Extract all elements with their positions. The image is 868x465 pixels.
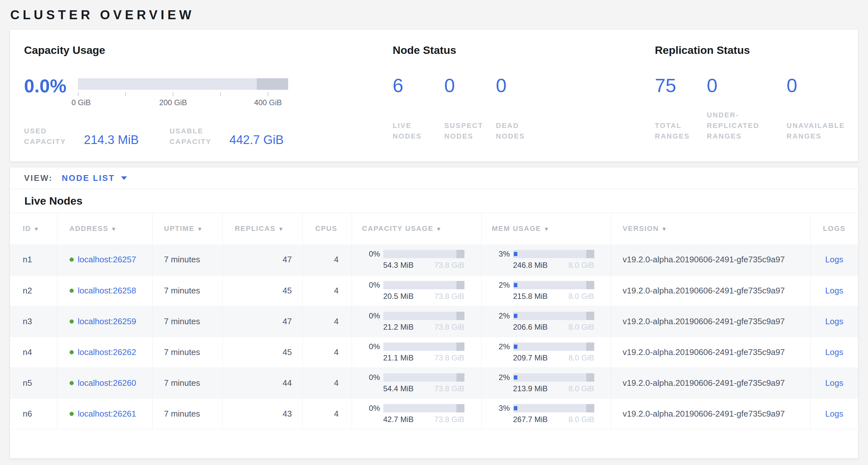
node-version: v19.2.0-alpha.20190606-2491-gfe735c9a97 — [611, 337, 810, 368]
logs-link[interactable]: Logs — [825, 286, 843, 295]
node-address-link[interactable]: localhost:26260 — [78, 378, 136, 388]
table-row: n3 localhost:26259 7 minutes 47 4 0% 21.… — [10, 306, 858, 337]
chevron-down-icon — [121, 176, 127, 180]
sort-desc-icon: ▼ — [661, 226, 668, 232]
node-cpus: 4 — [302, 398, 352, 429]
node-address-link[interactable]: localhost:26262 — [78, 347, 136, 357]
node-capacity-usage: 0% 54.3 MiB73.8 GiB — [352, 244, 482, 275]
under-replicated-ranges-value: 0 — [707, 76, 786, 95]
view-selector-dropdown[interactable]: NODE LIST — [62, 173, 127, 183]
node-mem-usage: 2% 209.7 MiB8.0 GiB — [482, 337, 611, 368]
node-id: n5 — [10, 368, 57, 398]
table-row: n2 localhost:26258 7 minutes 45 4 0% 20.… — [10, 275, 858, 306]
header-cpus[interactable]: CPUS — [302, 213, 352, 244]
node-replicas: 47 — [222, 306, 302, 337]
node-mem-usage: 2% 215.8 MiB8.0 GiB — [482, 275, 611, 306]
table-row: n4 localhost:26262 7 minutes 45 4 0% 21.… — [10, 337, 858, 368]
total-ranges-metric: 75 TOTAL RANGES — [655, 76, 707, 141]
header-mem-usage[interactable]: MEM USAGE▼ — [482, 213, 611, 244]
node-replicas: 43 — [222, 398, 302, 429]
suspect-nodes-value: 0 — [444, 76, 496, 95]
node-id: n1 — [10, 244, 57, 275]
node-cpus: 4 — [302, 275, 352, 306]
page-title: CLUSTER OVERVIEW — [10, 4, 858, 29]
node-replicas: 45 — [222, 337, 302, 368]
node-uptime: 7 minutes — [152, 306, 222, 337]
header-id[interactable]: ID▼ — [10, 213, 57, 244]
capacity-mini-bar — [383, 250, 464, 258]
header-capacity-usage[interactable]: CAPACITY USAGE▼ — [352, 213, 482, 244]
node-version: v19.2.0-alpha.20190606-2491-gfe735c9a97 — [611, 368, 810, 398]
cluster-summary-card: Capacity Usage 0.0% 0 GiB 200 GiB — [10, 29, 858, 162]
node-liveness-icon — [69, 412, 74, 416]
node-liveness-icon — [69, 258, 74, 262]
header-version[interactable]: VERSION▼ — [611, 213, 810, 244]
node-cpus: 4 — [302, 368, 352, 398]
mem-mini-bar — [513, 250, 594, 258]
capacity-legend: USED CAPACITY 214.3 MiB USABLE CAPACITY … — [24, 126, 393, 147]
node-address-link[interactable]: localhost:26259 — [78, 317, 136, 326]
node-capacity-usage: 0% 54.4 MiB73.8 GiB — [352, 368, 482, 398]
usable-capacity-label: USABLE CAPACITY — [169, 126, 212, 147]
table-row: n6 localhost:26261 7 minutes 43 4 0% 42.… — [10, 398, 858, 429]
view-label: VIEW: — [24, 173, 53, 183]
node-uptime: 7 minutes — [152, 398, 222, 429]
capacity-mini-bar — [383, 343, 464, 351]
mem-mini-bar — [513, 373, 594, 382]
node-mem-usage: 2% 206.6 MiB8.0 GiB — [482, 306, 611, 337]
node-liveness-icon — [69, 289, 74, 293]
capacity-bar-nonusable-segment — [257, 78, 288, 90]
total-ranges-value: 75 — [655, 76, 707, 95]
node-mem-usage: 2% 213.9 MiB8.0 GiB — [482, 368, 611, 398]
node-replicas: 44 — [222, 368, 302, 398]
header-replicas[interactable]: REPLICAS▼ — [222, 213, 302, 244]
live-nodes-band: Live Nodes — [10, 189, 858, 213]
node-status-section: Node Status 6 LIVE NODES 0 SUSPECT NODES — [393, 43, 655, 161]
axis-tick-label: 200 GiB — [159, 98, 187, 107]
logs-link[interactable]: Logs — [825, 255, 843, 264]
unavailable-ranges-value: 0 — [786, 76, 845, 95]
node-uptime: 7 minutes — [152, 368, 222, 398]
sort-desc-icon: ▼ — [278, 226, 284, 232]
axis-tick — [78, 92, 79, 96]
capacity-mini-bar — [383, 312, 464, 320]
node-address-link[interactable]: localhost:26258 — [78, 286, 136, 296]
capacity-usage-bar-chart: 0 GiB 200 GiB 400 GiB — [78, 77, 288, 110]
mem-mini-bar — [513, 281, 594, 289]
header-address[interactable]: ADDRESS▼ — [57, 213, 152, 244]
node-version: v19.2.0-alpha.20190606-2491-gfe735c9a97 — [611, 398, 810, 429]
view-bar: VIEW: NODE LIST — [10, 167, 858, 189]
logs-link[interactable]: Logs — [825, 378, 843, 388]
mem-mini-bar — [513, 404, 594, 412]
mem-mini-bar — [513, 343, 594, 351]
node-id: n3 — [10, 306, 57, 337]
node-mem-usage: 3% 246.8 MiB8.0 GiB — [482, 244, 611, 275]
axis-tick — [220, 92, 221, 96]
capacity-mini-bar — [383, 281, 464, 289]
replication-status-section: Replication Status 75 TOTAL RANGES 0 UND… — [655, 43, 858, 161]
node-address-link[interactable]: localhost:26261 — [78, 409, 136, 419]
capacity-usage-section: Capacity Usage 0.0% 0 GiB 200 GiB — [24, 43, 393, 161]
axis-tick-label: 400 GiB — [254, 98, 282, 107]
node-status-heading: Node Status — [393, 43, 655, 57]
sort-desc-icon: ▼ — [34, 226, 40, 232]
unavailable-ranges-metric: 0 UNAVAILABLE RANGES — [786, 76, 845, 141]
sort-desc-icon: ▼ — [197, 226, 203, 232]
under-replicated-ranges-label: UNDER- REPLICATED RANGES — [707, 110, 786, 141]
header-uptime[interactable]: UPTIME▼ — [152, 213, 222, 244]
node-capacity-usage: 0% 42.7 MiB73.8 GiB — [352, 398, 482, 429]
logs-link[interactable]: Logs — [825, 347, 843, 357]
mem-mini-bar — [513, 312, 594, 320]
logs-link[interactable]: Logs — [825, 409, 843, 418]
live-nodes-metric: 6 LIVE NODES — [393, 76, 444, 141]
node-capacity-usage: 0% 21.2 MiB73.8 GiB — [352, 306, 482, 337]
node-address-link[interactable]: localhost:26257 — [78, 255, 136, 265]
axis-tick — [268, 92, 268, 96]
dead-nodes-value: 0 — [496, 76, 548, 95]
header-logs: LOGS — [810, 213, 858, 244]
capacity-usage-heading: Capacity Usage — [24, 43, 393, 57]
usable-capacity-value: 442.7 GiB — [229, 134, 284, 146]
node-id: n2 — [10, 275, 57, 306]
logs-link[interactable]: Logs — [825, 317, 843, 326]
table-row: n1 localhost:26257 7 minutes 47 4 0% 54.… — [10, 244, 858, 275]
